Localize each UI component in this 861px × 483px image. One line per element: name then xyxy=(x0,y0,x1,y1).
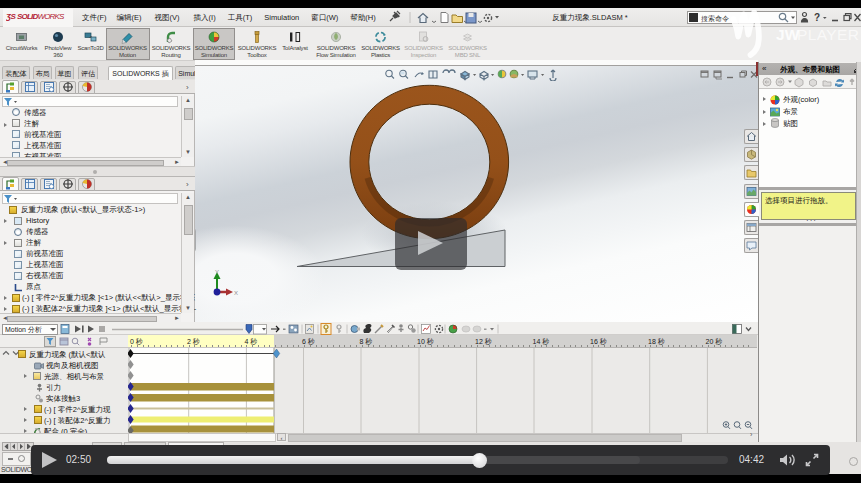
svg-text:X: X xyxy=(234,290,238,296)
svg-text:Y: Y xyxy=(215,269,219,275)
svg-text:PLAYER: PLAYER xyxy=(797,26,859,43)
